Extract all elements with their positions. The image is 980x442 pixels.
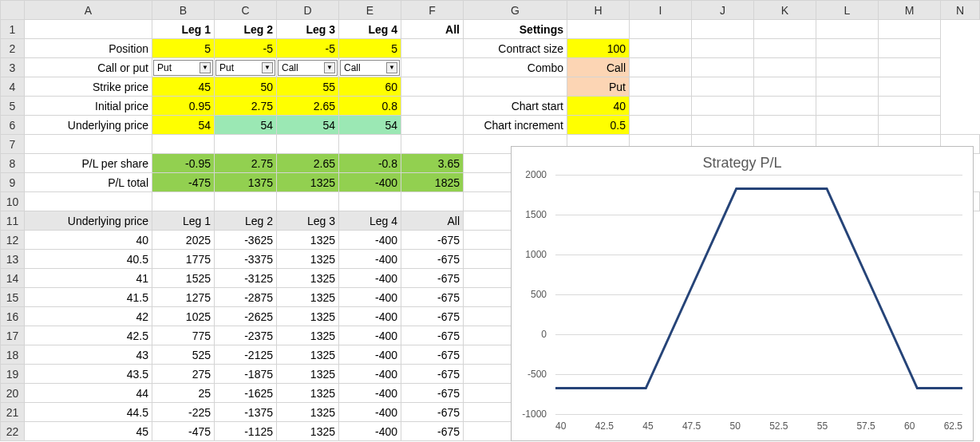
cell[interactable] [464, 77, 567, 97]
cell-pl-value[interactable]: 1775 [152, 250, 215, 269]
cell[interactable] [152, 192, 215, 211]
cell-pl-value[interactable]: -400 [339, 231, 401, 250]
cell[interactable] [25, 20, 152, 39]
cell-pl-value[interactable]: 1325 [277, 384, 339, 403]
chevron-down-icon[interactable]: ▼ [324, 62, 335, 73]
label-strike[interactable]: Strike price [25, 77, 152, 97]
cell[interactable] [816, 77, 879, 97]
row-header[interactable]: 10 [1, 192, 25, 211]
row-header[interactable]: 12 [1, 231, 25, 250]
cell[interactable] [879, 116, 941, 135]
cell-pl-value[interactable]: -400 [339, 403, 401, 422]
select-all-corner[interactable] [1, 1, 25, 20]
cell[interactable] [25, 135, 152, 154]
cell[interactable] [215, 135, 277, 154]
cell[interactable] [754, 77, 816, 97]
cell-pl-value[interactable]: 1325 [277, 345, 339, 365]
row-header[interactable]: 18 [1, 345, 25, 365]
cell-chart-start[interactable]: 40 [567, 97, 630, 116]
cell[interactable] [692, 116, 754, 135]
col-header[interactable]: K [754, 1, 816, 20]
leg-header[interactable]: Leg 2 [215, 20, 277, 39]
cell-pl-value[interactable]: -1625 [215, 384, 277, 403]
cell-underlying-price[interactable]: 40 [25, 231, 152, 250]
cell-pl-value[interactable]: -475 [152, 422, 215, 441]
cell-pl-value[interactable]: -3125 [215, 269, 277, 288]
label-position[interactable]: Position [25, 39, 152, 58]
leg-header[interactable]: Leg 4 [339, 20, 401, 39]
cell-pl-value[interactable]: -400 [339, 365, 401, 384]
cell[interactable] [630, 58, 692, 77]
cell[interactable] [816, 97, 879, 116]
cell-underlying-price[interactable]: 42.5 [25, 326, 152, 345]
cell-underlying[interactable]: 54 [152, 116, 215, 135]
label-contract-size[interactable]: Contract size [464, 39, 567, 58]
cell-chart-increment[interactable]: 0.5 [567, 116, 630, 135]
cell[interactable] [401, 116, 464, 135]
cell-pl-value[interactable]: -1125 [215, 422, 277, 441]
cell-pl-share[interactable]: -0.8 [339, 154, 401, 173]
cell-pl-value[interactable]: -400 [339, 326, 401, 345]
label-chart-increment[interactable]: Chart increment [464, 116, 567, 135]
col-header[interactable]: B [152, 1, 215, 20]
cell-pl-value[interactable]: -675 [401, 326, 464, 345]
cell-pl-value[interactable]: -1375 [215, 403, 277, 422]
cell[interactable] [816, 116, 879, 135]
leg-header[interactable]: All [401, 20, 464, 39]
cell-pl-value[interactable]: -675 [401, 231, 464, 250]
cell-pl-value[interactable]: -675 [401, 345, 464, 365]
cell-pl-value[interactable]: 2025 [152, 231, 215, 250]
cell-underlying[interactable]: 54 [215, 116, 277, 135]
cell-position[interactable]: 5 [339, 39, 401, 58]
row-header[interactable]: 5 [1, 97, 25, 116]
cell[interactable] [692, 39, 754, 58]
row-header[interactable]: 1 [1, 20, 25, 39]
cell-underlying-price[interactable]: 44.5 [25, 403, 152, 422]
cell-pl-value[interactable]: -675 [401, 307, 464, 326]
cell-pl-share[interactable]: 2.65 [277, 154, 339, 173]
cell-initial-price[interactable]: 0.95 [152, 97, 215, 116]
cell-combo-call[interactable]: Call [567, 58, 630, 77]
col-header[interactable]: J [692, 1, 754, 20]
cell-pl-value[interactable]: -2875 [215, 288, 277, 307]
leg-header[interactable]: Leg 3 [277, 20, 339, 39]
cell-pl-value[interactable]: 1325 [277, 365, 339, 384]
cell[interactable] [816, 58, 879, 77]
cell[interactable] [401, 97, 464, 116]
cell[interactable] [277, 192, 339, 211]
cell-underlying[interactable]: 54 [339, 116, 401, 135]
cell-pl-value[interactable]: -1875 [215, 365, 277, 384]
cell[interactable] [630, 97, 692, 116]
dropdown[interactable]: Put▼ [153, 60, 213, 76]
cell-position[interactable]: -5 [277, 39, 339, 58]
cell[interactable] [879, 97, 941, 116]
cell[interactable] [401, 39, 464, 58]
label-combo[interactable]: Combo [464, 58, 567, 77]
row-header[interactable]: 15 [1, 288, 25, 307]
row-header[interactable]: 16 [1, 307, 25, 326]
chevron-down-icon[interactable]: ▼ [386, 62, 397, 73]
cell-underlying[interactable]: 54 [277, 116, 339, 135]
table-header-leg[interactable]: All [401, 211, 464, 231]
cell-combo-put[interactable]: Put [567, 77, 630, 97]
cell-pl-value[interactable]: -675 [401, 384, 464, 403]
row-header[interactable]: 17 [1, 326, 25, 345]
cell[interactable] [879, 39, 941, 58]
cell-underlying-price[interactable]: 43 [25, 345, 152, 365]
cell-pl-value[interactable]: -675 [401, 422, 464, 441]
cell[interactable] [754, 97, 816, 116]
cell-pl-value[interactable]: -675 [401, 403, 464, 422]
dropdown[interactable]: Call▼ [278, 60, 338, 76]
cell[interactable] [630, 20, 692, 39]
cell[interactable] [277, 135, 339, 154]
col-header[interactable]: M [879, 1, 941, 20]
col-header[interactable]: D [277, 1, 339, 20]
cell-pl-value[interactable]: 1325 [277, 269, 339, 288]
cell-pl-share[interactable]: -0.95 [152, 154, 215, 173]
cell-pl-value[interactable]: -400 [339, 384, 401, 403]
cell[interactable] [754, 116, 816, 135]
cell-initial-price[interactable]: 0.8 [339, 97, 401, 116]
dropdown-cell[interactable]: Put▼ [152, 58, 215, 77]
cell-pl-total[interactable]: -475 [152, 173, 215, 192]
col-header[interactable]: F [401, 1, 464, 20]
